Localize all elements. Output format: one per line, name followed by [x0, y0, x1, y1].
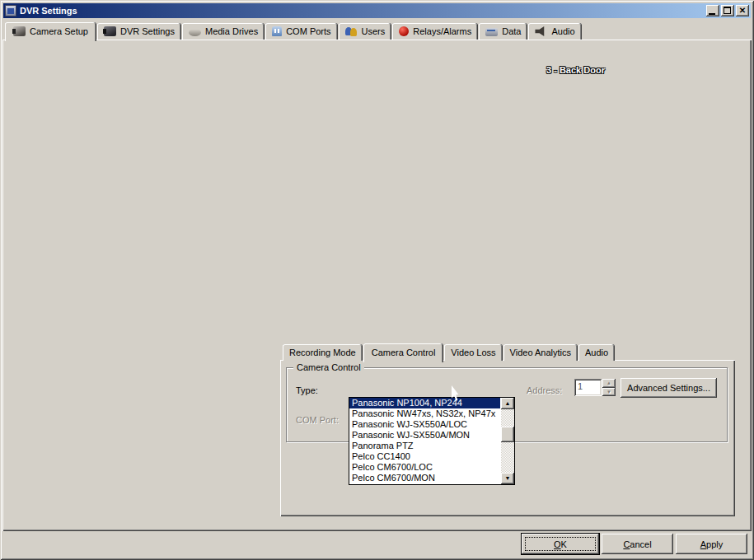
apply-access-key: A [700, 539, 706, 549]
tab-label: Users [362, 26, 386, 36]
dropdown-item[interactable]: Pelco CM6700/MON [349, 473, 500, 483]
tab-media-drives[interactable]: Media Drives [182, 23, 265, 40]
preview-osd-label: 3 - Back Door [546, 65, 605, 75]
tab-label: Camera Setup [30, 26, 88, 36]
tab-label: Relays/Alarms [413, 26, 471, 36]
dropdown-item[interactable]: Panasonic NP1004, NP244 [349, 398, 500, 408]
cancel-label: ancel [630, 539, 651, 549]
tab-relays-alarms[interactable]: Relays/Alarms [392, 23, 478, 40]
tab-label: COM Ports [286, 26, 330, 36]
dropdown-item[interactable]: Pelco CM6700/LOC [349, 462, 500, 473]
tab-com-ports[interactable]: COM Ports [265, 23, 337, 40]
type-label: Type: [296, 385, 318, 395]
tab-label: Video Loss [451, 348, 495, 357]
media-drives-icon [189, 29, 201, 36]
tab-label: Audio [551, 26, 574, 36]
main-tab-strip: Camera Setup DVR Settings Media Drives C… [5, 21, 749, 40]
ok-access-key: O [554, 539, 561, 549]
com-ports-icon [272, 26, 282, 36]
maximize-button[interactable] [721, 5, 734, 16]
tab-camera-setup[interactable]: Camera Setup [5, 22, 96, 41]
ptz-type-dropdown-list: Panasonic NP1004, NP244Panasonic NW47xs,… [349, 397, 515, 485]
tab-dvr-settings[interactable]: DVR Settings [97, 23, 181, 40]
dropdown-item[interactable]: Panasonic WJ-SX550A/LOC [349, 419, 500, 430]
app-icon [5, 5, 16, 16]
tab-label: Audio [585, 348, 608, 357]
dropdown-item[interactable]: Pelco CC1400 [349, 451, 500, 462]
ok-label: K [561, 539, 567, 549]
tab-label: Media Drives [205, 26, 258, 36]
close-button[interactable]: ✕ [736, 5, 749, 16]
camera-control-legend: Camera Control [293, 362, 364, 373]
scroll-up-button[interactable]: ▲ [501, 398, 514, 409]
tab-data[interactable]: Data [479, 23, 527, 40]
address-spinner[interactable]: ▲ ▼ [602, 379, 616, 396]
camera-setup-icon [13, 26, 26, 36]
users-icon [345, 26, 358, 36]
apply-label: pply [706, 539, 723, 549]
tab-audio-bottom[interactable]: Audio [578, 344, 615, 361]
tab-label: Camera Control [372, 348, 436, 357]
com-port-label: COM Port: [296, 415, 339, 425]
address-input[interactable]: 1 [574, 379, 602, 396]
scrollbar-thumb[interactable] [501, 427, 514, 442]
dvr-settings-icon [104, 26, 116, 36]
maximize-icon [724, 7, 731, 14]
audio-icon [535, 26, 547, 36]
ptz-advanced-settings-button[interactable]: Advanced Settings... [621, 378, 717, 398]
dvr-settings-window: DVR Settings ✕ Camera Setup DVR Settings… [0, 0, 754, 560]
control-tab-strip: Recording Mode Camera Control Video Loss… [283, 342, 735, 361]
tab-video-analytics[interactable]: Video Analytics [503, 344, 578, 361]
tab-label: Recording Mode [289, 348, 356, 357]
cancel-button[interactable]: Cancel [602, 534, 673, 554]
dropdown-item[interactable]: Panorama PTZ [349, 441, 500, 451]
scroll-down-button[interactable]: ▼ [501, 473, 514, 484]
dropdown-item[interactable]: Panasonic NW47xs, NS32x, NP47x [349, 408, 500, 419]
apply-button[interactable]: Apply [676, 534, 747, 554]
tab-label: Video Analytics [510, 348, 571, 357]
dropdown-scrollbar[interactable]: ▲ ▼ [501, 398, 514, 484]
tab-camera-control[interactable]: Camera Control [363, 343, 444, 362]
address-label: Address: [527, 385, 562, 395]
minimize-button[interactable] [706, 5, 719, 16]
spin-down-icon: ▼ [602, 388, 616, 397]
minimize-icon [709, 13, 715, 15]
tab-label: DVR Settings [120, 26, 175, 36]
tab-label: Data [502, 26, 521, 36]
tab-recording-mode[interactable]: Recording Mode [283, 344, 363, 361]
spin-up-icon: ▲ [602, 379, 616, 388]
data-icon [485, 28, 498, 36]
tab-users[interactable]: Users [339, 23, 392, 40]
window-title: DVR Settings [20, 6, 705, 16]
close-icon: ✕ [739, 6, 746, 16]
relays-alarms-icon [399, 26, 409, 36]
ok-button[interactable]: OK [522, 534, 599, 554]
tab-video-loss[interactable]: Video Loss [444, 344, 502, 361]
dropdown-item[interactable]: Panasonic WJ-SX550A/MON [349, 430, 500, 441]
title-bar[interactable]: DVR Settings ✕ [3, 3, 751, 18]
tab-audio[interactable]: Audio [528, 23, 581, 40]
